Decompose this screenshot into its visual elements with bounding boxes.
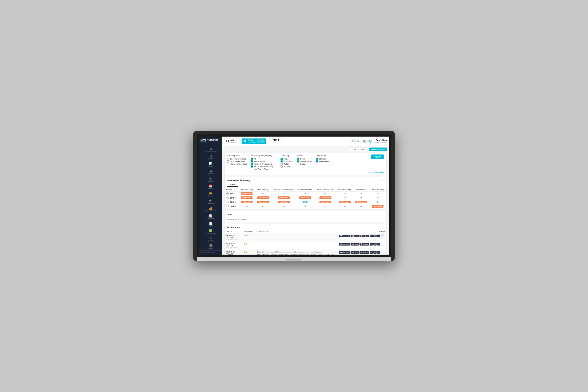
sidebar-item-de-ice[interactable]: ❄ De-Ice	[199, 236, 222, 243]
nav-icon-troubleshoot: 🔍	[209, 200, 212, 202]
analyze-button-bug3[interactable]: 📊 Analyze	[359, 243, 369, 246]
edit-button-bug3[interactable]: ✎	[370, 243, 373, 246]
user-info[interactable]: Super User Portfolio Manager	[374, 139, 387, 143]
notif-turbine-bug3: BUG 3 (E-781152) Last inspection: ✎	[225, 242, 242, 250]
notif-failure-bug6: Generator: Anomalous pt100 sensors in ge…	[255, 250, 337, 255]
anomalies-expand-icon[interactable]: ⤢	[382, 179, 384, 182]
sidebar-item-tickets[interactable]: 🎫 Tickets	[199, 191, 222, 198]
download-pdf-button[interactable]: Download PDF	[369, 148, 387, 151]
status-filter: Status Open Open Expired	[297, 154, 312, 170]
park-expand-btn[interactable]: ⊞	[261, 140, 265, 143]
col-gen-stator: Gen Stator Temp	[369, 188, 386, 192]
notif-header-row: Turbine Criticalities Failure Modes Acti…	[225, 230, 386, 233]
location-selector[interactable]: 🇮🇹 Italy 9 parks ▼	[224, 138, 240, 144]
report-details-button[interactable]: ☐ Report Details	[349, 148, 367, 151]
anomalies-table-container: Turbine Gen-Rotor Temp Shaft Bearing 2 R…	[225, 187, 386, 209]
park-filter-btn[interactable]: ≡	[257, 140, 261, 143]
aux-power-factor-checkbox[interactable]: Aux Power Factor	[251, 168, 276, 170]
notification-checkbox[interactable]: Notification	[281, 160, 293, 162]
scada-anomalies-checkbox[interactable]: Scada Anomalies	[227, 160, 247, 162]
lang-selector[interactable]: 🌐 EN ▼	[350, 140, 360, 143]
row-comment-icon: 💬	[226, 205, 229, 208]
close-checkbox[interactable]: Close	[297, 163, 312, 165]
ambient-temp-checkbox[interactable]: Ambient Temperature	[251, 163, 276, 165]
nav-icon-operate: ⚙	[209, 177, 212, 180]
comments-button[interactable]: 💬 Comments	[339, 235, 351, 237]
sidebar-nav: ⊞ Overview Board 🖥 Monitor 📊 Analyze 🌤 F…	[199, 145, 222, 250]
sidebar-footer: Get started with GPM	[199, 250, 222, 254]
notif-col-turbine: Turbine	[225, 230, 242, 233]
notif-col-criticalities: Criticalities	[242, 230, 255, 233]
alert-checkbox[interactable]: Alert	[281, 158, 293, 160]
logo: GPM HORIZON WIND	[199, 136, 222, 145]
sidebar-item-label-check-revenues: Check Revenues	[205, 232, 216, 234]
all-checkbox[interactable]: All	[251, 158, 276, 160]
sidebar-item-budget-follow-up[interactable]: 💰 Budget Follow-Up	[199, 206, 222, 213]
logs-button-bug6[interactable]: 📋 Logs	[351, 251, 359, 254]
sidebar-item-check-revenues[interactable]: ✅ Check Revenues	[199, 228, 222, 236]
grid-button[interactable]: ⊞	[373, 234, 377, 237]
notification-expand-icon[interactable]: ⤢	[382, 226, 384, 229]
notification-table: Turbine Criticalities Failure Modes Acti…	[225, 230, 386, 254]
comments-button-bug3[interactable]: 💬 Comments	[339, 243, 351, 246]
sidebar-item-forecast[interactable]: 🌤 Forecast	[199, 168, 222, 176]
sidebar-item-troubleshoot[interactable]: 🔍 Troubleshoot	[199, 198, 222, 206]
sidebar-item-label-monitor: Monitor	[208, 158, 213, 160]
open-expired-checkbox[interactable]: Open Expired	[297, 160, 312, 162]
grid-button-bug3[interactable]: ⊞	[373, 243, 377, 246]
vibration-anomalies-checkbox[interactable]: Vibration Anomalies	[227, 163, 247, 165]
export-button-bug3[interactable]: ↗	[377, 243, 380, 246]
notification-title: Notification	[227, 226, 240, 229]
logs-button[interactable]: 📋 Logs	[351, 235, 359, 237]
analyze-button[interactable]: 📊 Analyze	[359, 235, 369, 237]
sidebar-item-analyze[interactable]: 📊 Analyze	[199, 161, 222, 168]
open-checkbox[interactable]: Open	[297, 158, 312, 160]
theme-toggle[interactable]	[362, 140, 367, 143]
notif-row-bug6: BUG 6 (E-781155) Last inspection: ✎ 6 ▲	[225, 250, 386, 255]
export-button-bug6[interactable]: ↗	[377, 251, 380, 254]
normal-checkbox[interactable]: Normal	[281, 166, 293, 168]
park-selector[interactable]: 💨 Buglia 10 turbines ≡ ⊞	[242, 138, 266, 144]
nav-icon-data-studio: 📈	[209, 214, 212, 217]
spectra-anomalies-checkbox[interactable]: Spectra Anomalies	[227, 158, 247, 160]
park-turbine-count: 10 turbines	[248, 142, 256, 143]
sidebar-item-operate[interactable]: ⚙ Operate	[199, 176, 222, 183]
edit-button[interactable]: ✎	[370, 234, 373, 237]
logo-text: GPM HORIZON	[201, 139, 220, 141]
expand-row-button-bug3[interactable]: ▼	[381, 242, 385, 246]
nav-icon-check-revenues: ✅	[209, 229, 212, 232]
sidebar-item-planning[interactable]: 📅 Planning	[199, 183, 222, 191]
notif-crit-bug6: 6 ▲	[242, 250, 255, 255]
aux-transformer-checkbox[interactable]: Aux Transformer Temp	[251, 166, 276, 168]
checked-checkbox[interactable]: Checked	[316, 158, 329, 160]
sidebar-item-label-budget-follow-up: Budget Follow-Up	[205, 210, 217, 212]
globe-icon: 🌐	[351, 140, 354, 142]
sidebar-item-overview-board[interactable]: ⊞ Overview Board	[199, 146, 222, 154]
alert-expand-icon[interactable]: ⤢	[382, 213, 384, 216]
expand-row-button[interactable]: ▼	[381, 234, 385, 238]
sidebar-item-monitor[interactable]: 🖥 Monitor	[199, 154, 222, 161]
expand-row-button-bug6[interactable]: ▼	[381, 251, 385, 254]
sidebar-item-logbook[interactable]: 📓 Logbook	[199, 243, 222, 250]
comments-button-bug6[interactable]: 💬 Comments	[339, 251, 351, 254]
logs-button-bug3[interactable]: 📋 Logs	[351, 243, 359, 246]
sidebar-item-report[interactable]: 📄 Report	[199, 221, 222, 228]
anomalies-summary-title: Anomalies Summary	[227, 179, 250, 182]
notif-crit-bug3: 5 ▲	[242, 242, 255, 250]
show-more-filters-link[interactable]: Show More Filters	[227, 171, 384, 174]
notif-col-failure-modes: Failure Modes	[255, 230, 337, 233]
watch-checkbox[interactable]: Watch	[281, 163, 293, 165]
actual-power-checkbox[interactable]: Actual Power	[251, 160, 276, 162]
nav-icon-forecast: 🌤	[209, 170, 212, 172]
export-button[interactable]: ↗	[377, 234, 380, 237]
criticality-checkboxes: Alert Notification Watch	[281, 158, 293, 168]
grid-button-bug6[interactable]: ⊞	[373, 251, 377, 254]
tab-scada[interactable]: Scada	[227, 182, 238, 187]
notif-turbine-bug6: BUG 6 (E-781155) Last inspection: ✎	[225, 250, 242, 255]
not-checked-checkbox[interactable]: Not checked	[316, 160, 329, 162]
apply-button[interactable]: Apply	[371, 154, 384, 159]
edit-button-bug6[interactable]: ✎	[370, 251, 373, 254]
analyze-button-bug6[interactable]: 📊 Analyze	[359, 251, 369, 254]
turbine-selector[interactable]: ✈ BUG 1 E-781150 ▼	[268, 138, 285, 144]
sidebar-item-data-studio[interactable]: 📈 Data Studio	[199, 213, 222, 221]
